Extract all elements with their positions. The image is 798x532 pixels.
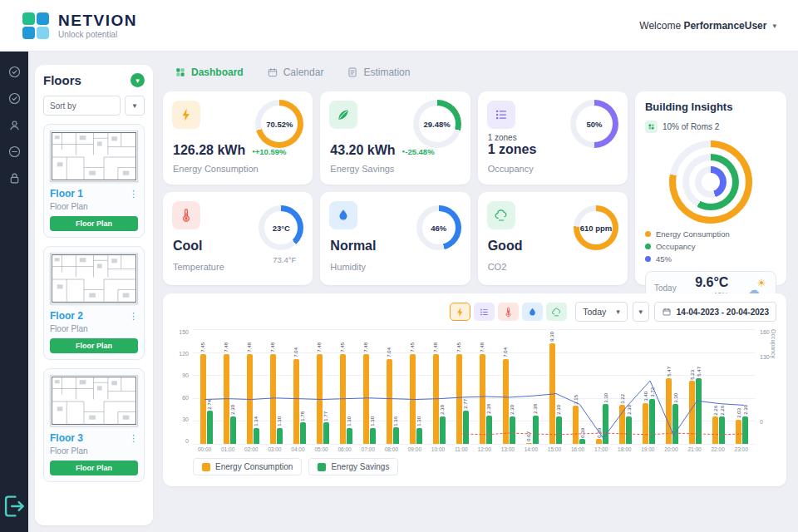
building-insights-legend: Energy ConsumptionOccupancy45%	[645, 229, 776, 264]
netvion-logo-icon	[22, 12, 50, 40]
sort-dropdown-button[interactable]: ▼	[125, 96, 145, 116]
x-axis: 00:0001:0002:0003:0004:0005:0006:0007:00…	[193, 446, 753, 452]
floors-panel: Floors ▾ Sort by ▼ Floor 1	[35, 65, 153, 525]
floor-name[interactable]: Floor 3	[50, 432, 83, 444]
occupancy-label: Occupancy	[488, 164, 534, 174]
floor-name[interactable]: Floor 2	[50, 310, 83, 322]
energy-consumption-label: Energy Consumption	[173, 164, 259, 174]
lightning-toggle[interactable]	[450, 303, 470, 321]
floor-name[interactable]: Floor 1	[50, 188, 83, 200]
rooms-mini-icon	[645, 121, 658, 133]
calendar-icon	[662, 307, 672, 317]
energy-savings-donut: 29.48%	[413, 100, 461, 148]
calendar-icon	[267, 66, 278, 78]
check-circle-icon[interactable]	[7, 91, 22, 106]
chart-toolbar: Today ▾ ▼ 14-04-2023 - 20-04-2023	[173, 302, 776, 322]
chart-legend-item[interactable]: Energy Savings	[308, 458, 398, 475]
energy-consumption-value: 126.28 kWh	[173, 143, 245, 158]
stat-cards-grid: 70.52% 126.28 kWh +10.59% Energy Consump…	[163, 91, 786, 285]
building-insights-title: Building Insights	[645, 101, 776, 113]
lock-icon[interactable]	[7, 171, 22, 185]
floor-subtitle: Floor Plan	[50, 324, 138, 333]
floor-options-icon[interactable]: ⋮	[129, 434, 138, 443]
floor-list: Floor 1 ⋮ Floor Plan Floor Plan Floor 2	[43, 124, 145, 482]
sort-by-select[interactable]: Sort by	[43, 96, 121, 116]
chart-legend-item[interactable]: Energy Consumption	[193, 458, 302, 475]
minus-circle-icon[interactable]	[7, 145, 22, 159]
floor-plan-thumbnail[interactable]	[50, 253, 138, 304]
energy-consumption-delta: +10.59%	[252, 147, 286, 156]
rail-icon-stack	[7, 65, 22, 185]
stat-card-temperature: 23°C 73.4°F Cool Temperature	[163, 192, 313, 285]
co2-status: Good	[488, 239, 523, 254]
temperature-line	[462, 433, 744, 435]
tab-estimation-label: Estimation	[363, 66, 410, 78]
leaf-icon	[329, 101, 357, 129]
brand: NETVION Unlock potential	[22, 12, 137, 40]
dashboard-icon	[175, 66, 186, 78]
occupancy-zones-value: 1 zones	[488, 142, 537, 157]
welcome-text: Welcome PerformanceUser	[639, 20, 766, 32]
zones-toggle[interactable]	[474, 303, 495, 321]
chart-range-dropdown-button[interactable]: ▼	[633, 302, 649, 322]
building-insights-subtitle: 10% of Roms 2	[663, 122, 719, 131]
temperature-fahrenheit: 73.4°F	[273, 255, 296, 264]
occupancy-line	[204, 381, 744, 438]
chart-range-value: Today	[583, 307, 606, 317]
user-menu[interactable]: Welcome PerformanceUser ▾	[639, 20, 776, 32]
y-axis-left: 1501209060300	[173, 329, 193, 444]
tab-calendar-label: Calendar	[283, 66, 324, 78]
thermometer-icon	[172, 201, 200, 229]
sort-by-label: Sort by	[50, 101, 76, 111]
temperature-donut: 23°C	[259, 205, 303, 250]
stat-card-energy-consumption: 70.52% 126.28 kWh +10.59% Energy Consump…	[163, 91, 313, 185]
top-header: NETVION Unlock potential Welcome Perform…	[0, 0, 798, 52]
humidity-donut-value: 46%	[416, 205, 461, 250]
floor-card: Floor 3 ⋮ Floor Plan Floor Plan	[43, 368, 145, 482]
co2-icon	[487, 201, 515, 229]
occupancy-donut-value: 50%	[570, 100, 618, 148]
chart-plot: 7.452.747.482.307.481.347.481.307.041.78…	[193, 329, 756, 444]
occupancy-donut: 50%	[570, 100, 618, 148]
chart-legend: Energy ConsumptionEnergy Savings	[193, 458, 776, 475]
thermometer-toggle[interactable]	[498, 303, 519, 321]
user-icon[interactable]	[7, 118, 22, 132]
today-temperature: 9.6°C	[695, 276, 728, 289]
insights-legend-item: 45%	[645, 254, 776, 264]
floor-plan-thumbnail[interactable]	[50, 131, 138, 182]
temperature-donut-value: 23°C	[259, 205, 303, 250]
floors-collapse-button[interactable]: ▾	[131, 73, 145, 87]
zones-icon	[487, 101, 515, 129]
co2-toggle[interactable]	[546, 303, 567, 321]
stat-card-humidity: 46% Normal Humidity	[320, 192, 470, 285]
floor-plan-button[interactable]: Floor Plan	[50, 461, 138, 475]
stat-card-occupancy: 50% 1 zones 1 zones Occupancy	[478, 91, 628, 185]
metric-toggle-group	[450, 303, 567, 321]
nav-rail	[0, 52, 28, 532]
chart-area: 1501209060300 7.452.747.482.307.481.347.…	[173, 329, 776, 444]
droplet-icon	[329, 201, 357, 229]
right-axis-label: Occupancy	[771, 329, 776, 444]
tab-calendar[interactable]: Calendar	[267, 66, 324, 78]
floor-plan-thumbnail[interactable]	[50, 375, 138, 426]
date-range-picker[interactable]: 14-04-2023 - 20-04-2023	[654, 302, 776, 322]
tab-estimation[interactable]: Estimation	[347, 66, 410, 78]
check-circle-icon[interactable]	[7, 65, 22, 79]
floor-options-icon[interactable]: ⋮	[129, 312, 138, 321]
floor-plan-button[interactable]: Floor Plan	[50, 338, 138, 353]
co2-donut: 610 ppm	[574, 205, 618, 250]
chart-range-select[interactable]: Today ▾	[575, 302, 628, 322]
brand-tagline: Unlock potential	[58, 30, 137, 39]
floor-options-icon[interactable]: ⋮	[129, 190, 138, 199]
temperature-label: Temperature	[173, 262, 224, 272]
insights-legend-item: Occupancy	[645, 242, 776, 251]
stat-card-energy-savings: 29.48% 43.20 kWh -25.48% Energy Savings	[320, 91, 470, 185]
logout-icon[interactable]	[0, 492, 28, 520]
energy-savings-label: Energy Savings	[330, 164, 394, 174]
energy-consumption-donut: 70.52%	[255, 100, 303, 148]
droplet-toggle[interactable]	[522, 303, 543, 321]
floor-plan-button[interactable]: Floor Plan	[50, 216, 138, 231]
stat-card-co2: 610 ppm Good CO2	[478, 192, 628, 285]
tab-dashboard-label: Dashboard	[191, 66, 244, 78]
tab-dashboard[interactable]: Dashboard	[175, 66, 244, 78]
